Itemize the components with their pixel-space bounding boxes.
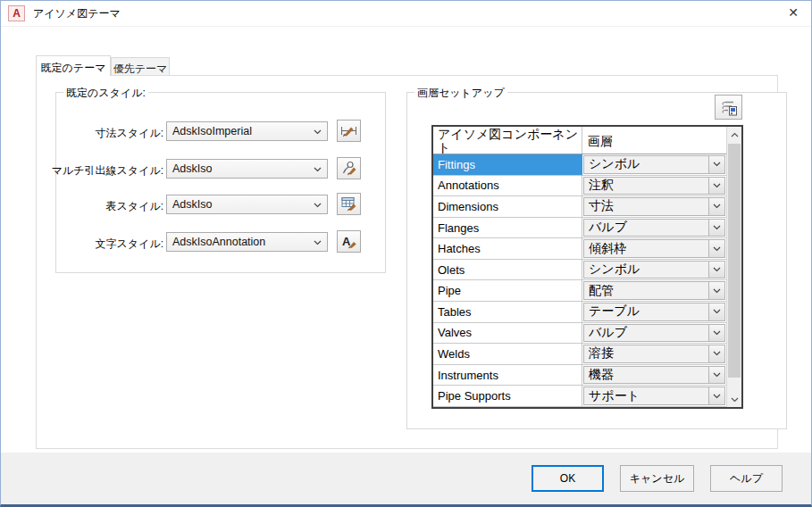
default-styles-group-label: 既定のスタイル: [63, 86, 148, 101]
layer-cell: サポート [582, 386, 726, 407]
text-style-value: AdskIsoAnnotation [172, 236, 265, 248]
layer-combo[interactable]: 寸法 [583, 197, 725, 216]
chevron-down-icon [314, 240, 322, 245]
component-cell[interactable]: Welds [433, 344, 582, 365]
dimension-style-icon [340, 123, 357, 138]
layer-combo-value: 傾斜枠 [589, 241, 626, 257]
dialog-title: アイソメ図テーマ [33, 6, 121, 21]
layer-combo[interactable]: 注釈 [583, 177, 725, 195]
component-cell[interactable]: Hatches [433, 238, 582, 260]
table-style-button[interactable] [337, 193, 361, 215]
layer-combo[interactable]: シンボル [583, 261, 725, 279]
chevron-down-icon[interactable] [708, 178, 724, 195]
component-cell[interactable]: Instruments [433, 365, 582, 386]
layer-mapping-button[interactable] [715, 95, 742, 120]
cancel-button[interactable]: キャンセル [620, 465, 694, 492]
layer-combo[interactable]: 溶接 [583, 345, 725, 363]
scroll-down-icon[interactable] [727, 392, 741, 407]
component-cell[interactable]: Fittings [433, 154, 582, 176]
chevron-down-icon [314, 167, 322, 172]
layer-combo-value: 配管 [589, 283, 614, 299]
text-style-combo[interactable]: AdskIsoAnnotation [166, 232, 328, 252]
layer-combo[interactable]: シンボル [583, 155, 725, 174]
table-row: Annotations注釈 [433, 176, 726, 197]
component-cell[interactable]: Pipe Supports [433, 386, 582, 407]
layer-mapping-icon [720, 99, 738, 116]
chevron-down-icon[interactable] [708, 156, 724, 173]
layer-cell: 配管 [582, 280, 726, 302]
dimension-style-combo[interactable]: AdskIsoImperial [166, 121, 328, 141]
layer-combo[interactable]: バルブ [583, 219, 725, 237]
close-icon[interactable]: ✕ [785, 4, 801, 21]
chevron-down-icon[interactable] [708, 282, 724, 299]
help-button[interactable]: ヘルプ [710, 465, 783, 492]
layer-combo[interactable]: バルブ [583, 324, 725, 343]
layer-combo[interactable]: 傾斜枠 [583, 239, 725, 258]
table-row: Welds溶接 [433, 344, 726, 365]
layer-cell: 機器 [582, 365, 726, 386]
layer-table-body: FittingsシンボルAnnotations注釈Dimensions寸法Fla… [433, 154, 726, 407]
multileader-style-combo[interactable]: AdskIso [166, 159, 328, 179]
layer-table-header: アイソメ図コンポーネント 画層 [433, 127, 726, 154]
multileader-style-icon [341, 161, 357, 176]
chevron-down-icon[interactable] [708, 367, 724, 384]
layer-combo[interactable]: サポート [583, 386, 725, 405]
chevron-down-icon[interactable] [708, 240, 724, 257]
component-cell[interactable]: Olets [433, 260, 582, 281]
chevron-down-icon[interactable] [708, 198, 724, 215]
component-cell[interactable]: Tables [433, 302, 582, 323]
layer-combo-value: バルブ [589, 220, 627, 236]
table-style-combo[interactable]: AdskIso [166, 195, 328, 214]
ok-button[interactable]: OK [532, 465, 604, 492]
column-header-component: アイソメ図コンポーネント [433, 127, 582, 154]
layer-cell: バルブ [582, 323, 726, 345]
table-row: Oletsシンボル [433, 260, 726, 281]
tab-default-theme[interactable]: 既定のテーマ [36, 55, 111, 76]
table-row: Fittingsシンボル [433, 154, 726, 176]
component-cell[interactable]: Pipe [433, 280, 582, 302]
multileader-style-value: AdskIso [172, 162, 212, 175]
layer-combo-value: 機器 [589, 367, 614, 383]
autocad-a-icon: A [8, 5, 25, 21]
table-row: Tablesテーブル [433, 302, 726, 323]
scrollbar-thumb[interactable] [728, 144, 741, 378]
layer-combo-value: 溶接 [589, 345, 614, 362]
scroll-up-icon[interactable] [727, 127, 741, 142]
table-style-value: AdskIso [172, 198, 212, 211]
layer-combo-value: 注釈 [589, 178, 614, 194]
text-style-label: 文字スタイル: [37, 237, 163, 252]
chevron-down-icon[interactable] [708, 262, 724, 278]
chevron-down-icon[interactable] [708, 345, 724, 362]
table-row: Dimensions寸法 [433, 196, 726, 218]
component-cell[interactable]: Flanges [433, 218, 582, 239]
layer-combo[interactable]: 機器 [583, 366, 725, 385]
component-cell[interactable]: Valves [433, 323, 582, 345]
layer-combo[interactable]: 配管 [583, 281, 725, 300]
table-row: Pipe配管 [433, 280, 726, 302]
table-style-icon [341, 196, 357, 212]
table-scrollbar[interactable] [726, 127, 741, 407]
component-cell[interactable]: Annotations [433, 176, 582, 197]
chevron-down-icon[interactable] [708, 325, 724, 342]
layer-combo-value: シンボル [589, 156, 640, 172]
text-style-button[interactable]: A [337, 230, 361, 253]
table-row: Hatches傾斜枠 [433, 238, 726, 260]
multileader-style-button[interactable] [337, 157, 361, 179]
chevron-down-icon[interactable] [708, 220, 724, 237]
chevron-down-icon[interactable] [708, 387, 724, 404]
chevron-down-icon [314, 129, 322, 135]
layer-cell: 溶接 [582, 344, 726, 365]
isometric-theme-dialog: A アイソメ図テーマ ✕ 優先テーマ 既定のテーマ 既定のスタイル: 寸法スタイ… [0, 0, 812, 507]
layer-setup-table: アイソメ図コンポーネント 画層 FittingsシンボルAnnotations注… [431, 125, 743, 409]
column-header-layer: 画層 [582, 127, 726, 154]
dialog-footer: OK キャンセル ヘルプ [1, 453, 811, 504]
dimension-style-label: 寸法スタイル: [37, 126, 163, 141]
svg-text:A: A [342, 235, 351, 248]
tab-preferred-theme[interactable]: 優先テーマ [111, 57, 170, 76]
component-cell[interactable]: Dimensions [433, 196, 582, 218]
layer-combo[interactable]: テーブル [583, 303, 725, 321]
layer-cell: 寸法 [582, 196, 726, 218]
chevron-down-icon[interactable] [708, 303, 724, 320]
layer-setup-group-label: 画層セットアップ [414, 86, 507, 101]
dimension-style-button[interactable] [337, 120, 361, 142]
